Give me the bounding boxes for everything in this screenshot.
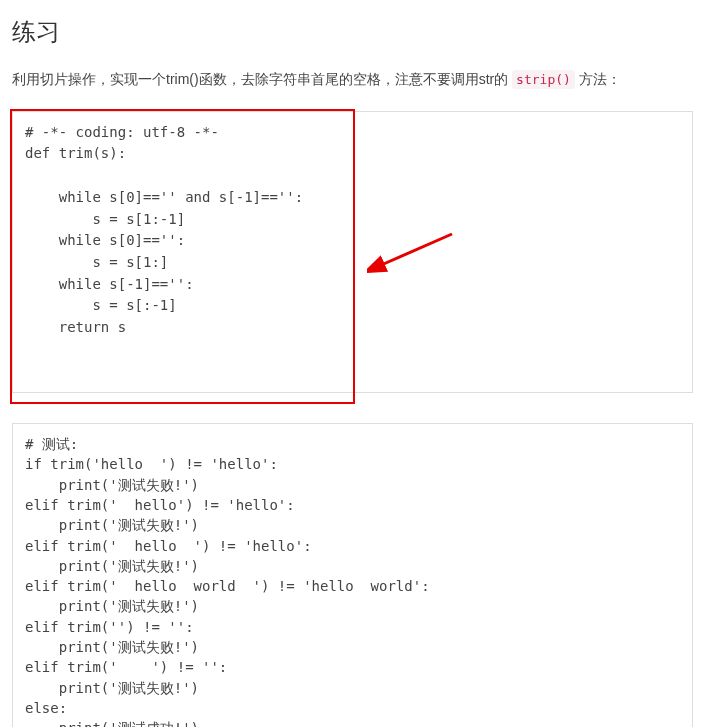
code-block-2: # 测试: if trim('hello ') != 'hello': prin…: [12, 423, 693, 727]
code-block-1: # -*- coding: utf-8 -*- def trim(s): whi…: [12, 111, 693, 393]
intro-text-after: 方法：: [575, 71, 621, 87]
intro-text-before: 利用切片操作，实现一个trim()函数，去除字符串首尾的空格，注意不要调用str…: [12, 71, 512, 87]
code-block-1-wrap: # -*- coding: utf-8 -*- def trim(s): whi…: [12, 111, 693, 393]
intro-paragraph: 利用切片操作，实现一个trim()函数，去除字符串首尾的空格，注意不要调用str…: [12, 68, 693, 91]
inline-code-strip: strip(): [512, 70, 575, 89]
page-heading: 练习: [12, 16, 693, 48]
